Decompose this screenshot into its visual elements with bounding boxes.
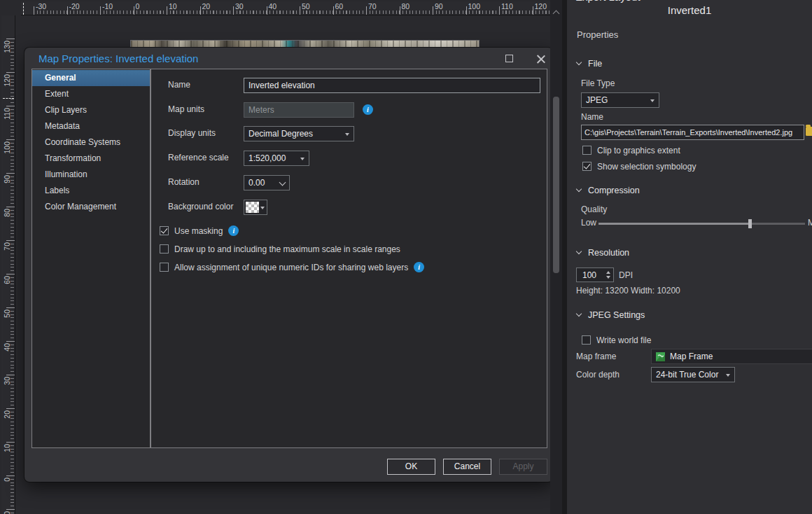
dialog-tab-label: Transformation <box>45 153 101 163</box>
scrollbar-thumb[interactable] <box>553 97 559 273</box>
collapse-chevron-icon <box>576 186 582 192</box>
ruler-label: 0 <box>3 478 11 482</box>
ruler-label: 130 <box>3 41 11 53</box>
quality-slider[interactable] <box>598 223 805 225</box>
file-path-input[interactable] <box>581 125 804 140</box>
info-icon[interactable]: i <box>228 225 239 236</box>
collapse-chevron-icon <box>576 60 582 65</box>
dialog-tab[interactable]: Transformation <box>32 151 150 167</box>
file-type-value: JPEG <box>586 95 608 105</box>
ruler-major-tick <box>6 106 15 106</box>
clip-extent-row: Clip to graphics extent <box>582 145 680 155</box>
dialog-tab[interactable]: Coordinate Systems <box>32 134 150 151</box>
quality-slider-handle[interactable] <box>748 219 752 228</box>
dialog-tab[interactable]: Extent <box>32 86 150 102</box>
dialog-tab-label: Labels <box>45 186 69 195</box>
quality-max-label: Max <box>808 218 812 228</box>
dialog-tab[interactable]: Metadata <box>32 118 150 134</box>
ruler-label: 110 <box>3 108 11 120</box>
ruler-major-tick <box>433 6 433 15</box>
map-frame-label: Map frame <box>576 352 616 361</box>
dialog-button[interactable]: OK <box>387 459 435 475</box>
browse-folder-icon[interactable] <box>806 127 812 136</box>
rotation-label: Rotation <box>168 177 200 187</box>
display-units-dropdown[interactable]: Decimal Degrees <box>244 126 354 141</box>
reference-scale-label: Reference scale <box>168 153 229 162</box>
ruler-major-tick <box>34 6 34 15</box>
ruler-label: -20 <box>69 2 80 11</box>
dialog-tab-label: Clip Layers <box>45 105 87 115</box>
properties-tab[interactable]: Properties <box>577 29 618 40</box>
background-color-label: Background color <box>168 202 233 211</box>
output-size-text: Height: 13200 Width: 10200 <box>576 286 680 296</box>
ruler-label: 120 <box>3 74 11 87</box>
map-units-label: Map units <box>168 104 204 114</box>
ruler-major-tick <box>6 475 15 476</box>
ruler-label: 100 <box>468 2 481 11</box>
ruler-major-tick <box>333 6 334 15</box>
ruler-major-tick <box>67 6 68 15</box>
clip-extent-checkbox[interactable] <box>582 146 592 155</box>
option-checkbox[interactable] <box>160 226 169 235</box>
map-name-input[interactable] <box>244 78 540 93</box>
dpi-unit-label: DPI <box>619 270 633 280</box>
quality-label: Quality <box>581 204 607 214</box>
pane-splitter[interactable] <box>562 0 567 514</box>
ruler-major-tick <box>167 6 167 15</box>
info-icon[interactable]: i <box>414 262 424 272</box>
dialog-button[interactable]: Apply <box>499 459 547 475</box>
ruler-major-tick <box>100 6 101 15</box>
reference-scale-value: 1:520,000 <box>248 153 286 163</box>
dialog-tab-label: Coordinate Systems <box>45 137 120 147</box>
option-checkbox[interactable] <box>160 263 169 272</box>
layout-vertical-scrollbar[interactable] <box>550 0 562 514</box>
dialog-tab-label: Color Management <box>45 202 116 211</box>
dialog-button[interactable]: Cancel <box>443 459 491 475</box>
ruler-label: 40 <box>3 343 11 352</box>
ruler-major-tick <box>533 6 533 15</box>
ruler-corner <box>0 0 21 15</box>
dpi-spinner[interactable]: 100 <box>576 268 614 282</box>
rotation-combo[interactable]: 0.00 <box>244 175 290 190</box>
selection-symbology-row: Show selection symbology <box>582 161 696 172</box>
file-type-dropdown[interactable]: JPEG <box>581 92 659 108</box>
spinner-up-icon[interactable] <box>606 271 610 274</box>
world-file-checkbox[interactable] <box>582 335 591 345</box>
close-button[interactable] <box>530 52 551 66</box>
ruler-cursor-marker <box>23 3 24 15</box>
ruler-label: 100 <box>3 141 11 154</box>
spinner-down-icon[interactable] <box>606 276 610 279</box>
dialog-tab[interactable]: Labels <box>32 183 150 199</box>
map-frame-dropdown[interactable]: Map Frame <box>651 349 812 364</box>
option-checkbox[interactable] <box>160 244 169 253</box>
ruler-major-tick <box>267 6 267 15</box>
scroll-up-icon[interactable] <box>553 11 560 18</box>
info-icon[interactable]: i <box>363 104 373 115</box>
ruler-label: -10 <box>102 2 113 11</box>
color-depth-label: Color depth <box>576 370 620 380</box>
ruler-label: 50 <box>3 310 11 318</box>
quality-min-label: Low <box>581 218 596 228</box>
ruler-label: 60 <box>335 2 344 11</box>
dropdown-arrow-icon <box>650 99 654 102</box>
ruler-major-tick <box>499 6 500 15</box>
background-color-picker[interactable] <box>244 200 267 215</box>
dialog-tab[interactable]: Illumination <box>32 167 150 183</box>
no-color-swatch <box>246 202 259 213</box>
color-depth-dropdown[interactable]: 24-bit True Color <box>651 367 735 382</box>
ruler-major-tick <box>6 442 15 443</box>
ruler-label: 90 <box>3 175 11 183</box>
ruler-major-tick <box>466 6 467 15</box>
dialog-tab[interactable]: General <box>32 70 150 86</box>
layout-view: -30 -20 -10 0 10 20 <box>0 0 562 514</box>
maximize-button[interactable] <box>499 52 520 66</box>
dialog-tab[interactable]: Clip Layers <box>32 102 150 118</box>
clip-extent-label: Clip to graphics extent <box>597 146 680 155</box>
ruler-major-tick <box>300 6 300 15</box>
ruler-major-tick <box>6 240 15 241</box>
selection-symbology-checkbox[interactable] <box>582 162 592 171</box>
reference-scale-dropdown[interactable]: 1:520,000 <box>244 151 309 166</box>
ruler-label: 80 <box>3 209 11 217</box>
ruler-cursor-marker <box>3 98 14 99</box>
dialog-tab[interactable]: Color Management <box>32 199 150 215</box>
